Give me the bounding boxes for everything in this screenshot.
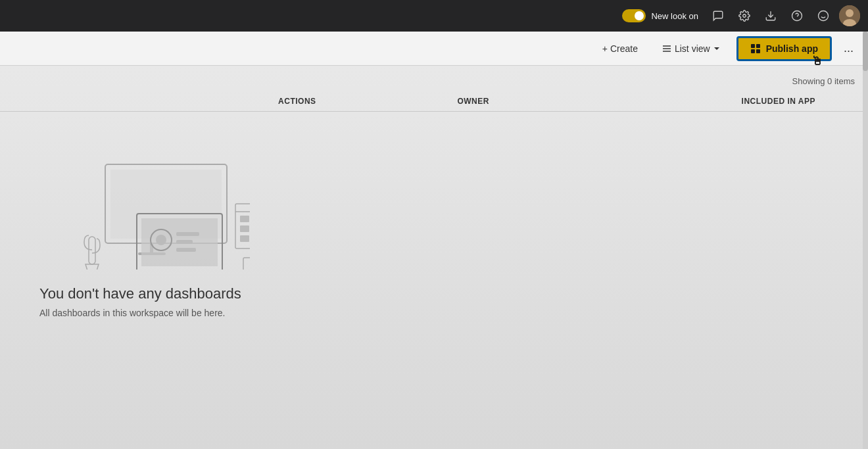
publish-app-grid-icon <box>750 43 761 54</box>
smiley-icon[interactable] <box>813 5 834 26</box>
avatar-image <box>839 5 860 26</box>
empty-state-subtitle: All dashboards in this workspace will be… <box>39 308 225 318</box>
showing-count: Showing 0 items <box>0 66 868 91</box>
svg-rect-13 <box>751 44 755 48</box>
svg-point-2 <box>792 11 802 21</box>
settings-icon[interactable] <box>734 5 755 26</box>
column-actions: ACTIONS <box>278 97 457 106</box>
create-button-label: + Create <box>602 43 638 54</box>
svg-rect-37 <box>243 258 250 270</box>
svg-rect-25 <box>176 232 199 236</box>
publish-app-button[interactable]: Publish app 🖱 <box>736 36 832 61</box>
more-options-label: ... <box>844 41 854 55</box>
svg-rect-15 <box>751 49 755 53</box>
top-navigation-bar: New look on <box>0 0 868 32</box>
publish-app-label: Publish app <box>766 43 818 54</box>
user-avatar[interactable] <box>839 5 860 26</box>
empty-state-illustration <box>39 138 250 270</box>
list-view-icon <box>662 43 672 54</box>
new-look-toggle[interactable] <box>622 9 646 22</box>
new-look-toggle-container: New look on <box>622 9 698 22</box>
svg-rect-16 <box>756 49 760 53</box>
main-content-area: Showing 0 items ACTIONS OWNER INCLUDED I… <box>0 66 868 449</box>
svg-rect-31 <box>240 216 249 222</box>
list-view-chevron-icon <box>713 45 721 53</box>
empty-state-title: You don't have any dashboards <box>39 285 241 302</box>
svg-point-24 <box>156 235 166 245</box>
svg-rect-33 <box>240 225 249 232</box>
svg-rect-26 <box>176 240 193 244</box>
svg-rect-27 <box>176 248 196 252</box>
download-icon[interactable] <box>760 5 781 26</box>
svg-rect-36 <box>89 237 95 264</box>
empty-state-container: You don't have any dashboards All dashbo… <box>0 112 868 344</box>
scrollbar-thumb[interactable] <box>863 32 868 71</box>
column-included-in-app: INCLUDED IN APP <box>637 97 829 106</box>
column-owner: OWNER <box>457 97 636 106</box>
list-view-button[interactable]: List view <box>654 39 729 58</box>
chat-icon[interactable] <box>708 5 729 26</box>
scrollbar[interactable] <box>863 32 868 449</box>
secondary-toolbar: + Create List view Publish app 🖱 ... <box>0 32 868 66</box>
new-look-label: New look on <box>651 11 698 21</box>
create-button[interactable]: + Create <box>594 39 646 58</box>
more-options-button[interactable]: ... <box>840 37 857 59</box>
column-name <box>39 97 278 106</box>
cursor-hand: 🖱 <box>811 55 823 68</box>
svg-rect-14 <box>756 44 760 48</box>
svg-point-4 <box>819 11 829 21</box>
svg-point-0 <box>743 14 746 18</box>
svg-point-8 <box>846 9 854 17</box>
columns-header: ACTIONS OWNER INCLUDED IN APP <box>0 91 868 112</box>
help-icon[interactable] <box>786 5 808 26</box>
svg-rect-35 <box>240 235 249 242</box>
list-view-label: List view <box>675 43 710 54</box>
